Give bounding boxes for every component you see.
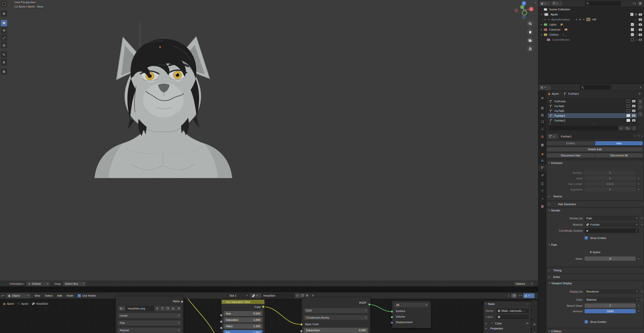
list-item[interactable]: FurHair2	[548, 118, 637, 123]
material-name-field[interactable]: HeadSkin	[261, 293, 294, 298]
coordinate-system-field[interactable]: ▣╱	[585, 228, 639, 233]
animate-dot[interactable]: •	[638, 183, 639, 185]
panel-grip[interactable]: ∷∷	[525, 303, 529, 305]
node-color-row[interactable]: ▸Color ≔	[486, 322, 529, 325]
options-dropdown[interactable]: Options▾	[514, 281, 534, 286]
show-emitter-checkbox[interactable]: ✓	[585, 236, 588, 240]
add-particle-system-button[interactable]: ＋	[638, 99, 643, 104]
camera-restrict-icon[interactable]	[639, 18, 642, 21]
use-nodes-checkbox[interactable]: ✓	[78, 294, 81, 297]
navigation-gizmo[interactable]: Z X Y	[514, 1, 534, 20]
shader-menu-view[interactable]: View	[32, 293, 43, 299]
animate-dot[interactable]: •	[642, 223, 642, 226]
transform-tool[interactable]: ◎	[1, 42, 7, 48]
list-item[interactable]: FurTail2	[548, 108, 637, 113]
collection-checkbox[interactable]: ✓	[630, 13, 633, 16]
unlink-icon[interactable]: ✕	[641, 135, 643, 138]
tab-scene[interactable]: △	[538, 125, 546, 132]
subsurface-field[interactable]: Subsurface0.000	[304, 328, 368, 333]
extension-dropdown[interactable]: Repeat▾	[118, 328, 181, 333]
unlink-image-icon[interactable]: ✕	[176, 306, 181, 311]
outliner-row-clothes[interactable]: ▸ Clothes ▽3 ✓ ⌣	[538, 32, 644, 37]
particle-specials-menu[interactable]: ▾	[638, 112, 643, 117]
node-sidebar-panel[interactable]: ▾Node∷∷ Name: Matiz, saturação ... Label…	[483, 301, 531, 333]
tab-world[interactable]: ◍	[538, 133, 546, 140]
hair-dynamics-checkbox[interactable]	[553, 203, 557, 206]
sidebar-tab-2[interactable]	[531, 310, 538, 319]
remove-particle-system-button[interactable]: −	[638, 105, 643, 110]
outliner[interactable]: ▤▾ ❐▾ ▽▾ ⊞ Scene Collection ▾ Apolo ✓ ⊙ …	[538, 0, 644, 84]
hue-input-socket[interactable]	[220, 314, 223, 317]
bsdf-output-socket[interactable]	[368, 303, 371, 306]
camera-view-button[interactable]	[527, 37, 534, 44]
animate-dot[interactable]: •	[638, 310, 639, 313]
emitter-toggle-button[interactable]: Emitter	[547, 141, 595, 146]
displacement-input-socket[interactable]	[391, 321, 393, 324]
shader-editor-type-button[interactable]: ◑▾	[1, 294, 4, 297]
copy-icon[interactable]: ❐	[637, 135, 640, 138]
expand-icon[interactable]: ▸	[541, 23, 544, 26]
outliner-row-cameras[interactable]: ▸ Cameras ✓ ⌣	[538, 27, 644, 32]
breadcrumb-object[interactable]: Apolo	[552, 92, 559, 95]
disconnect-hair-button[interactable]: Disconnect Hair	[547, 153, 595, 158]
image-browse-button[interactable]: 🖻▾	[118, 306, 125, 311]
eye-closed-icon[interactable]: ⌣	[635, 23, 637, 26]
collection-checkbox[interactable]: ✓	[631, 23, 634, 26]
camera-restrict-icon[interactable]	[639, 23, 642, 26]
fake-user-shield-icon[interactable]: ⛉	[160, 306, 165, 311]
base-color-input-socket[interactable]	[300, 323, 303, 326]
move-tool[interactable]: ✥	[1, 20, 7, 26]
list-item[interactable]: FurTail1	[548, 104, 637, 108]
image-texture-node[interactable]: Alpha 🖻▾ HeadSkin.png 3 ⛉ ❐ 🗀 ✕ Linear▾ …	[116, 296, 184, 333]
scale-tool[interactable]: ⤢	[1, 35, 7, 41]
animate-dot[interactable]: •	[638, 177, 639, 180]
children-panel[interactable]: ▾Children ∷∷	[546, 328, 644, 333]
monitor-icon[interactable]	[627, 100, 630, 103]
subsurface-input-socket[interactable]	[300, 330, 303, 332]
camera-restrict-icon[interactable]	[639, 34, 642, 36]
emission-header[interactable]: ▾Emission∷∷	[547, 160, 643, 165]
material-output-node[interactable]: All▾ Surface Volume Displacement	[392, 301, 431, 328]
node-properties-row[interactable]: ▸Properties	[486, 327, 529, 330]
collection-checkbox-unchecked[interactable]	[631, 38, 634, 41]
camera-icon[interactable]	[632, 110, 635, 112]
properties-editor-type-button[interactable]: ☰▾	[540, 85, 551, 90]
pan-button[interactable]	[527, 29, 534, 35]
monitor-icon[interactable]	[627, 109, 630, 112]
saturation-field[interactable]: Saturation1.000	[224, 317, 262, 322]
render-as-dropdown[interactable]: Path▾	[585, 216, 639, 221]
fac-field[interactable]: Fac1.000	[224, 330, 262, 333]
saturation-input-socket[interactable]	[220, 320, 223, 323]
properties-editor[interactable]: ☰▾ ▾ ⚒ ▤ ▥ ❏ △ ◍ ▦ ■ ⚙ ↺ ◫ ▽ ◑ ▩ ▣ Apolo…	[538, 84, 644, 333]
eye-closed-icon[interactable]: ⌣	[635, 28, 637, 31]
tab-view-layer[interactable]: ❏	[538, 118, 546, 125]
subsurface-method-dropdown[interactable]: Christensen-Burley▾	[304, 315, 368, 320]
shader-type-dropdown[interactable]: ▣Object▾	[6, 293, 31, 298]
collection-checkbox[interactable]: ✓	[631, 33, 634, 36]
camera-icon[interactable]	[632, 119, 635, 122]
show-emitter-checkbox[interactable]: ✓	[585, 320, 588, 323]
color-dropdown[interactable]: Material▾	[585, 297, 639, 302]
node-color-checkbox[interactable]	[490, 322, 494, 325]
animate-dot[interactable]: •	[638, 188, 639, 191]
shader-menu-select[interactable]: Select	[42, 293, 55, 299]
outliner-row-apolo[interactable]: ▾ Apolo ✓ ⊙	[538, 12, 644, 17]
panel-grip[interactable]: ∷∷	[638, 282, 641, 284]
presets-list-icon[interactable]: ≔	[526, 322, 529, 325]
collection-checkbox[interactable]: ✓	[631, 28, 634, 31]
eye-open-icon[interactable]: ⊙	[635, 13, 637, 16]
projection-dropdown[interactable]: Flat▾	[118, 320, 181, 325]
copy-image-icon[interactable]: ❐	[165, 306, 170, 311]
sidebar-tab-4[interactable]: O	[531, 329, 538, 333]
list-resize-grip[interactable]: ∷∷	[591, 123, 594, 125]
value-field[interactable]: Value1.200	[224, 324, 262, 329]
eye-closed-icon[interactable]: ⌣	[635, 33, 637, 36]
alpha-output-socket[interactable]	[181, 300, 183, 303]
bspline-checkbox[interactable]	[585, 250, 588, 254]
tab-constraints[interactable]: ◫	[538, 180, 546, 187]
strand-steps-field[interactable]: 7	[585, 303, 636, 308]
node-snap-toggle[interactable]: ℧	[511, 293, 517, 298]
panel-grip[interactable]: ∷∷	[638, 162, 641, 164]
tab-output[interactable]: ▥	[538, 112, 546, 118]
node-overlays-toggle[interactable]: ◎▾	[523, 293, 535, 298]
